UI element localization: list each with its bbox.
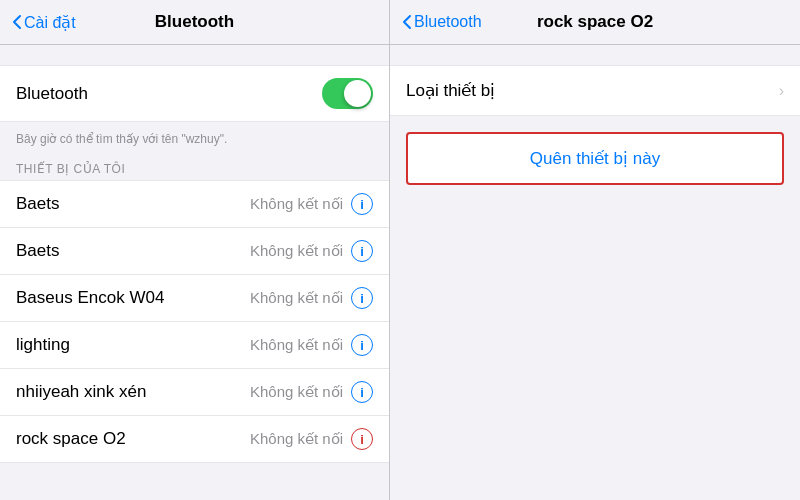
forget-device-button[interactable]: Quên thiết bị này [406,132,784,185]
device-name: Baets [16,194,59,214]
left-nav-bar: Cài đặt Bluetooth [0,0,389,45]
left-nav-title: Bluetooth [155,12,234,32]
device-right: Không kết nốii [250,287,373,309]
device-row: rock space O2Không kết nốii [0,416,389,463]
device-status: Không kết nối [250,383,343,401]
device-row: BaetsKhông kết nốii [0,181,389,228]
device-right: Không kết nốii [250,193,373,215]
device-name: Baseus Encok W04 [16,288,164,308]
left-panel: Cài đặt Bluetooth Bluetooth Bây giờ có t… [0,0,390,500]
device-status: Không kết nối [250,242,343,260]
info-button[interactable]: i [351,287,373,309]
device-status: Không kết nối [250,195,343,213]
info-button[interactable]: i [351,193,373,215]
device-row: BaetsKhông kết nốii [0,228,389,275]
device-status: Không kết nối [250,430,343,448]
device-name: rock space O2 [16,429,126,449]
info-button[interactable]: i [351,240,373,262]
forget-device-label: Quên thiết bị này [530,148,660,169]
device-row: Baseus Encok W04Không kết nốii [0,275,389,322]
left-back-button[interactable]: Cài đặt [12,13,76,32]
device-status: Không kết nối [250,336,343,354]
right-nav-title: rock space O2 [537,12,653,32]
device-row: nhiiyeah xink xénKhông kết nốii [0,369,389,416]
info-button[interactable]: i [351,334,373,356]
info-button[interactable]: i [351,381,373,403]
left-back-label: Cài đặt [24,13,76,32]
section-header: THIẾT BỊ CỦA TÔI [0,156,389,180]
info-button[interactable]: i [351,428,373,450]
right-back-label: Bluetooth [414,13,482,31]
device-type-label: Loại thiết bị [406,80,495,101]
right-nav-bar: Bluetooth rock space O2 [390,0,800,45]
bluetooth-toggle-row: Bluetooth [0,65,389,122]
left-content: Bluetooth Bây giờ có thể tìm thấy với tê… [0,45,389,500]
device-name: lighting [16,335,70,355]
toggle-knob [344,80,371,107]
device-right: Không kết nốii [250,428,373,450]
device-list: BaetsKhông kết nốiiBaetsKhông kết nốiiBa… [0,180,389,463]
bluetooth-label: Bluetooth [16,84,88,104]
right-panel: Bluetooth rock space O2 Loại thiết bị › … [390,0,800,500]
device-name: Baets [16,241,59,261]
device-right: Không kết nốii [250,240,373,262]
bluetooth-subtitle: Bây giờ có thể tìm thấy với tên "wzhuy". [0,128,389,156]
chevron-right-icon: › [779,82,784,100]
bluetooth-toggle[interactable] [322,78,373,109]
device-row: lightingKhông kết nốii [0,322,389,369]
device-right: Không kết nốii [250,381,373,403]
device-type-row[interactable]: Loại thiết bị › [390,65,800,116]
device-right: Không kết nốii [250,334,373,356]
right-back-button[interactable]: Bluetooth [402,13,482,31]
device-status: Không kết nối [250,289,343,307]
device-name: nhiiyeah xink xén [16,382,146,402]
right-content: Loại thiết bị › Quên thiết bị này [390,45,800,500]
